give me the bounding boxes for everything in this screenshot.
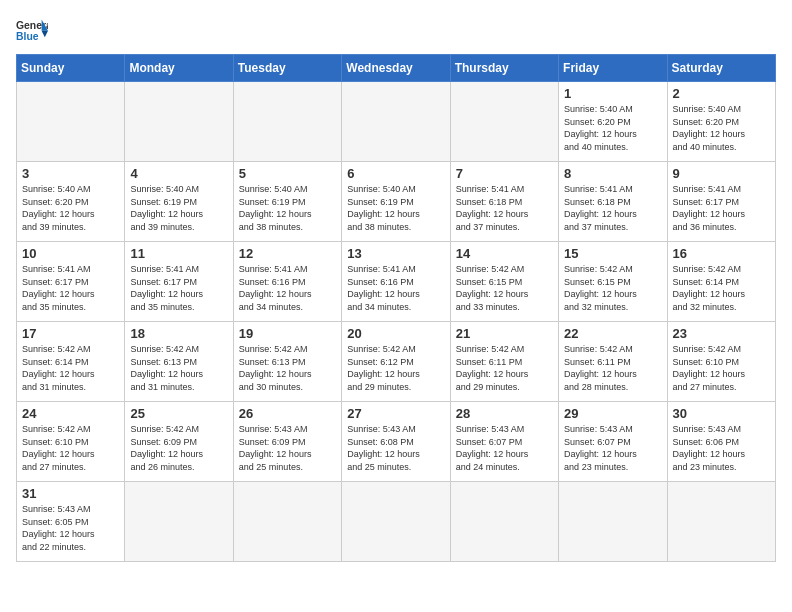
day-info: Sunrise: 5:41 AM Sunset: 6:18 PM Dayligh… <box>564 183 661 233</box>
weekday-header-sunday: Sunday <box>17 55 125 82</box>
day-number: 9 <box>673 166 770 181</box>
day-info: Sunrise: 5:43 AM Sunset: 6:09 PM Dayligh… <box>239 423 336 473</box>
calendar-cell: 12Sunrise: 5:41 AM Sunset: 6:16 PM Dayli… <box>233 242 341 322</box>
day-info: Sunrise: 5:42 AM Sunset: 6:14 PM Dayligh… <box>673 263 770 313</box>
calendar-cell: 22Sunrise: 5:42 AM Sunset: 6:11 PM Dayli… <box>559 322 667 402</box>
generalblue-logo-icon: General Blue <box>16 16 48 44</box>
day-number: 19 <box>239 326 336 341</box>
calendar-week-row: 1Sunrise: 5:40 AM Sunset: 6:20 PM Daylig… <box>17 82 776 162</box>
day-info: Sunrise: 5:43 AM Sunset: 6:07 PM Dayligh… <box>564 423 661 473</box>
weekday-header-friday: Friday <box>559 55 667 82</box>
calendar-cell: 6Sunrise: 5:40 AM Sunset: 6:19 PM Daylig… <box>342 162 450 242</box>
weekday-header-tuesday: Tuesday <box>233 55 341 82</box>
day-number: 22 <box>564 326 661 341</box>
calendar-cell: 29Sunrise: 5:43 AM Sunset: 6:07 PM Dayli… <box>559 402 667 482</box>
day-info: Sunrise: 5:42 AM Sunset: 6:12 PM Dayligh… <box>347 343 444 393</box>
day-info: Sunrise: 5:40 AM Sunset: 6:19 PM Dayligh… <box>239 183 336 233</box>
day-number: 2 <box>673 86 770 101</box>
day-number: 24 <box>22 406 119 421</box>
day-info: Sunrise: 5:42 AM Sunset: 6:15 PM Dayligh… <box>456 263 553 313</box>
day-number: 3 <box>22 166 119 181</box>
day-number: 20 <box>347 326 444 341</box>
calendar-cell: 13Sunrise: 5:41 AM Sunset: 6:16 PM Dayli… <box>342 242 450 322</box>
calendar-cell: 30Sunrise: 5:43 AM Sunset: 6:06 PM Dayli… <box>667 402 775 482</box>
calendar-cell: 11Sunrise: 5:41 AM Sunset: 6:17 PM Dayli… <box>125 242 233 322</box>
day-number: 21 <box>456 326 553 341</box>
calendar-week-row: 17Sunrise: 5:42 AM Sunset: 6:14 PM Dayli… <box>17 322 776 402</box>
calendar-cell: 16Sunrise: 5:42 AM Sunset: 6:14 PM Dayli… <box>667 242 775 322</box>
weekday-header-wednesday: Wednesday <box>342 55 450 82</box>
day-number: 18 <box>130 326 227 341</box>
calendar-cell: 26Sunrise: 5:43 AM Sunset: 6:09 PM Dayli… <box>233 402 341 482</box>
calendar-week-row: 24Sunrise: 5:42 AM Sunset: 6:10 PM Dayli… <box>17 402 776 482</box>
calendar-cell: 1Sunrise: 5:40 AM Sunset: 6:20 PM Daylig… <box>559 82 667 162</box>
day-number: 8 <box>564 166 661 181</box>
day-number: 16 <box>673 246 770 261</box>
calendar-week-row: 31Sunrise: 5:43 AM Sunset: 6:05 PM Dayli… <box>17 482 776 562</box>
day-number: 28 <box>456 406 553 421</box>
day-number: 4 <box>130 166 227 181</box>
day-info: Sunrise: 5:43 AM Sunset: 6:05 PM Dayligh… <box>22 503 119 553</box>
calendar-cell: 8Sunrise: 5:41 AM Sunset: 6:18 PM Daylig… <box>559 162 667 242</box>
weekday-header-row: SundayMondayTuesdayWednesdayThursdayFrid… <box>17 55 776 82</box>
day-info: Sunrise: 5:40 AM Sunset: 6:19 PM Dayligh… <box>347 183 444 233</box>
calendar-cell <box>233 482 341 562</box>
calendar-cell: 9Sunrise: 5:41 AM Sunset: 6:17 PM Daylig… <box>667 162 775 242</box>
day-info: Sunrise: 5:42 AM Sunset: 6:13 PM Dayligh… <box>239 343 336 393</box>
calendar-cell: 21Sunrise: 5:42 AM Sunset: 6:11 PM Dayli… <box>450 322 558 402</box>
calendar-table: SundayMondayTuesdayWednesdayThursdayFrid… <box>16 54 776 562</box>
day-number: 30 <box>673 406 770 421</box>
calendar-cell <box>125 482 233 562</box>
calendar-cell <box>667 482 775 562</box>
weekday-header-thursday: Thursday <box>450 55 558 82</box>
day-info: Sunrise: 5:40 AM Sunset: 6:20 PM Dayligh… <box>22 183 119 233</box>
logo: General Blue <box>16 16 48 44</box>
day-info: Sunrise: 5:40 AM Sunset: 6:19 PM Dayligh… <box>130 183 227 233</box>
calendar-week-row: 3Sunrise: 5:40 AM Sunset: 6:20 PM Daylig… <box>17 162 776 242</box>
calendar-cell <box>559 482 667 562</box>
day-info: Sunrise: 5:41 AM Sunset: 6:18 PM Dayligh… <box>456 183 553 233</box>
day-info: Sunrise: 5:42 AM Sunset: 6:10 PM Dayligh… <box>673 343 770 393</box>
day-number: 13 <box>347 246 444 261</box>
calendar-cell: 24Sunrise: 5:42 AM Sunset: 6:10 PM Dayli… <box>17 402 125 482</box>
calendar-cell: 25Sunrise: 5:42 AM Sunset: 6:09 PM Dayli… <box>125 402 233 482</box>
day-number: 31 <box>22 486 119 501</box>
calendar-cell: 20Sunrise: 5:42 AM Sunset: 6:12 PM Dayli… <box>342 322 450 402</box>
calendar-cell: 19Sunrise: 5:42 AM Sunset: 6:13 PM Dayli… <box>233 322 341 402</box>
calendar-cell: 18Sunrise: 5:42 AM Sunset: 6:13 PM Dayli… <box>125 322 233 402</box>
day-info: Sunrise: 5:43 AM Sunset: 6:07 PM Dayligh… <box>456 423 553 473</box>
day-info: Sunrise: 5:42 AM Sunset: 6:11 PM Dayligh… <box>456 343 553 393</box>
calendar-cell: 31Sunrise: 5:43 AM Sunset: 6:05 PM Dayli… <box>17 482 125 562</box>
calendar-cell: 23Sunrise: 5:42 AM Sunset: 6:10 PM Dayli… <box>667 322 775 402</box>
day-number: 14 <box>456 246 553 261</box>
weekday-header-monday: Monday <box>125 55 233 82</box>
day-number: 26 <box>239 406 336 421</box>
day-number: 15 <box>564 246 661 261</box>
day-number: 7 <box>456 166 553 181</box>
calendar-week-row: 10Sunrise: 5:41 AM Sunset: 6:17 PM Dayli… <box>17 242 776 322</box>
calendar-header: SundayMondayTuesdayWednesdayThursdayFrid… <box>17 55 776 82</box>
day-info: Sunrise: 5:41 AM Sunset: 6:17 PM Dayligh… <box>22 263 119 313</box>
day-number: 27 <box>347 406 444 421</box>
day-number: 17 <box>22 326 119 341</box>
day-number: 25 <box>130 406 227 421</box>
calendar-cell <box>450 482 558 562</box>
calendar-cell: 10Sunrise: 5:41 AM Sunset: 6:17 PM Dayli… <box>17 242 125 322</box>
day-info: Sunrise: 5:42 AM Sunset: 6:14 PM Dayligh… <box>22 343 119 393</box>
day-info: Sunrise: 5:43 AM Sunset: 6:08 PM Dayligh… <box>347 423 444 473</box>
calendar-cell <box>17 82 125 162</box>
day-number: 29 <box>564 406 661 421</box>
calendar-cell: 15Sunrise: 5:42 AM Sunset: 6:15 PM Dayli… <box>559 242 667 322</box>
day-number: 11 <box>130 246 227 261</box>
calendar-cell: 7Sunrise: 5:41 AM Sunset: 6:18 PM Daylig… <box>450 162 558 242</box>
calendar-cell: 3Sunrise: 5:40 AM Sunset: 6:20 PM Daylig… <box>17 162 125 242</box>
day-info: Sunrise: 5:42 AM Sunset: 6:13 PM Dayligh… <box>130 343 227 393</box>
day-number: 1 <box>564 86 661 101</box>
calendar-cell: 28Sunrise: 5:43 AM Sunset: 6:07 PM Dayli… <box>450 402 558 482</box>
day-info: Sunrise: 5:41 AM Sunset: 6:17 PM Dayligh… <box>673 183 770 233</box>
calendar-cell <box>342 82 450 162</box>
calendar-cell: 17Sunrise: 5:42 AM Sunset: 6:14 PM Dayli… <box>17 322 125 402</box>
header: General Blue <box>16 16 776 44</box>
day-info: Sunrise: 5:41 AM Sunset: 6:17 PM Dayligh… <box>130 263 227 313</box>
day-info: Sunrise: 5:43 AM Sunset: 6:06 PM Dayligh… <box>673 423 770 473</box>
